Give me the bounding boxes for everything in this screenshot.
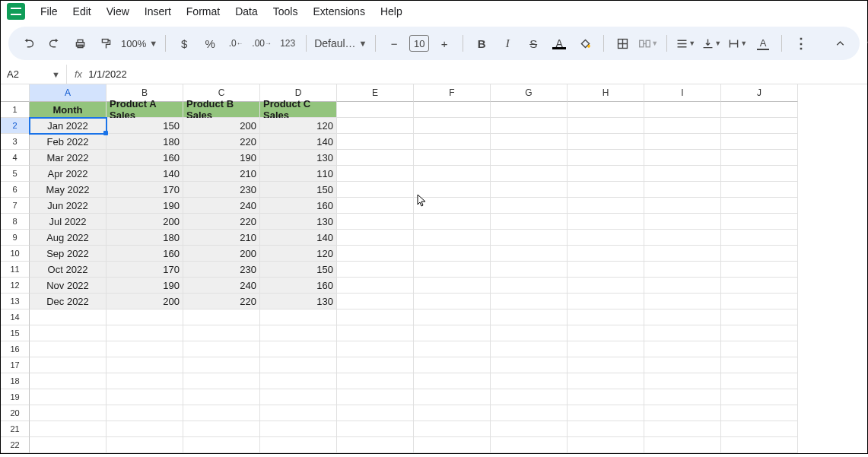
cell-I8[interactable] <box>644 214 721 230</box>
cell-G19[interactable] <box>491 389 568 405</box>
row-header-20[interactable]: 20 <box>1 405 30 421</box>
cell-A19[interactable] <box>30 389 107 405</box>
cell-F5[interactable] <box>414 166 491 182</box>
zoom-dropdown[interactable]: 100%▼ <box>121 38 157 49</box>
cell-I9[interactable] <box>644 230 721 246</box>
cell-C21[interactable] <box>183 421 260 437</box>
cell-C5[interactable]: 210 <box>183 166 260 182</box>
increase-decimal-button[interactable]: .00→ <box>251 33 272 54</box>
cell-H4[interactable] <box>568 150 644 166</box>
bold-button[interactable]: B <box>471 33 492 54</box>
cell-A7[interactable]: Jun 2022 <box>30 198 107 214</box>
cell-J20[interactable] <box>721 405 798 421</box>
cell-J2[interactable] <box>721 118 798 134</box>
fill-handle[interactable] <box>103 131 108 135</box>
cell-A17[interactable] <box>30 357 107 373</box>
cell-D12[interactable]: 160 <box>260 278 337 294</box>
cell-C11[interactable]: 230 <box>183 262 260 278</box>
cell-J18[interactable] <box>721 373 798 389</box>
cell-H21[interactable] <box>568 421 644 437</box>
row-header-15[interactable]: 15 <box>1 325 30 341</box>
column-header-A[interactable]: A <box>30 84 107 102</box>
cell-I7[interactable] <box>644 198 721 214</box>
cell-C18[interactable] <box>183 373 260 389</box>
menu-insert[interactable]: Insert <box>137 2 179 21</box>
cell-E14[interactable] <box>337 309 414 325</box>
cell-I11[interactable] <box>644 262 721 278</box>
strikethrough-button[interactable]: S <box>523 33 544 54</box>
cell-C22[interactable] <box>183 437 260 453</box>
cell-B5[interactable]: 140 <box>107 166 183 182</box>
cell-H14[interactable] <box>568 309 644 325</box>
cell-D22[interactable] <box>260 437 337 453</box>
undo-button[interactable] <box>17 33 39 54</box>
cell-J6[interactable] <box>721 182 798 198</box>
cell-B7[interactable]: 190 <box>107 198 183 214</box>
print-button[interactable] <box>69 33 91 54</box>
collapse-toolbar-button[interactable] <box>829 33 851 54</box>
cell-J8[interactable] <box>721 214 798 230</box>
paint-format-button[interactable] <box>95 33 116 54</box>
cell-H11[interactable] <box>568 262 644 278</box>
cell-J10[interactable] <box>721 246 798 262</box>
cell-H6[interactable] <box>568 182 644 198</box>
cell-E3[interactable] <box>337 134 414 150</box>
menu-format[interactable]: Format <box>179 2 227 21</box>
cell-F1[interactable] <box>414 102 491 118</box>
cell-D8[interactable]: 130 <box>260 214 337 230</box>
cell-I2[interactable] <box>644 118 721 134</box>
cell-I20[interactable] <box>644 405 721 421</box>
cell-J22[interactable] <box>721 437 798 453</box>
cell-C13[interactable]: 220 <box>183 294 260 309</box>
cell-H20[interactable] <box>568 405 644 421</box>
cell-D16[interactable] <box>260 341 337 357</box>
cell-D10[interactable]: 120 <box>260 246 337 262</box>
borders-button[interactable] <box>612 33 633 54</box>
cell-J11[interactable] <box>721 262 798 278</box>
cell-B17[interactable] <box>107 357 183 373</box>
cell-J4[interactable] <box>721 150 798 166</box>
menu-data[interactable]: Data <box>227 2 265 21</box>
cell-J17[interactable] <box>721 357 798 373</box>
cell-G8[interactable] <box>491 214 568 230</box>
cell-E2[interactable] <box>337 118 414 134</box>
cell-A22[interactable] <box>30 437 107 453</box>
cell-A4[interactable]: Mar 2022 <box>30 150 107 166</box>
cell-E16[interactable] <box>337 341 414 357</box>
cell-G14[interactable] <box>491 309 568 325</box>
cell-B1[interactable]: Product A Sales <box>107 102 183 118</box>
column-header-F[interactable]: F <box>414 84 491 102</box>
cell-A18[interactable] <box>30 373 107 389</box>
cell-I5[interactable] <box>644 166 721 182</box>
cell-G16[interactable] <box>491 341 568 357</box>
cell-H5[interactable] <box>568 166 644 182</box>
cell-J19[interactable] <box>721 389 798 405</box>
cell-I14[interactable] <box>644 309 721 325</box>
cell-G21[interactable] <box>491 421 568 437</box>
cell-G1[interactable] <box>491 102 568 118</box>
column-header-G[interactable]: G <box>491 84 568 102</box>
row-header-19[interactable]: 19 <box>1 389 30 405</box>
cell-G9[interactable] <box>491 230 568 246</box>
menu-view[interactable]: View <box>99 2 137 21</box>
cell-E20[interactable] <box>337 405 414 421</box>
cell-B9[interactable]: 180 <box>107 230 183 246</box>
cell-C14[interactable] <box>183 309 260 325</box>
formula-input[interactable]: 1/1/2022 <box>88 68 127 80</box>
cell-B11[interactable]: 170 <box>107 262 183 278</box>
cell-A16[interactable] <box>30 341 107 357</box>
cell-D4[interactable]: 130 <box>260 150 337 166</box>
cell-H7[interactable] <box>568 198 644 214</box>
cell-B10[interactable]: 160 <box>107 246 183 262</box>
cell-E5[interactable] <box>337 166 414 182</box>
cell-B19[interactable] <box>107 389 183 405</box>
cell-B20[interactable] <box>107 405 183 421</box>
cell-D7[interactable]: 160 <box>260 198 337 214</box>
cell-G13[interactable] <box>491 294 568 309</box>
cell-D1[interactable]: Product C Sales <box>260 102 337 118</box>
cell-B8[interactable]: 200 <box>107 214 183 230</box>
row-header-2[interactable]: 2 <box>1 118 30 134</box>
horizontal-align-button[interactable]: ▼ <box>675 33 696 54</box>
cell-A14[interactable] <box>30 309 107 325</box>
cell-F16[interactable] <box>414 341 491 357</box>
